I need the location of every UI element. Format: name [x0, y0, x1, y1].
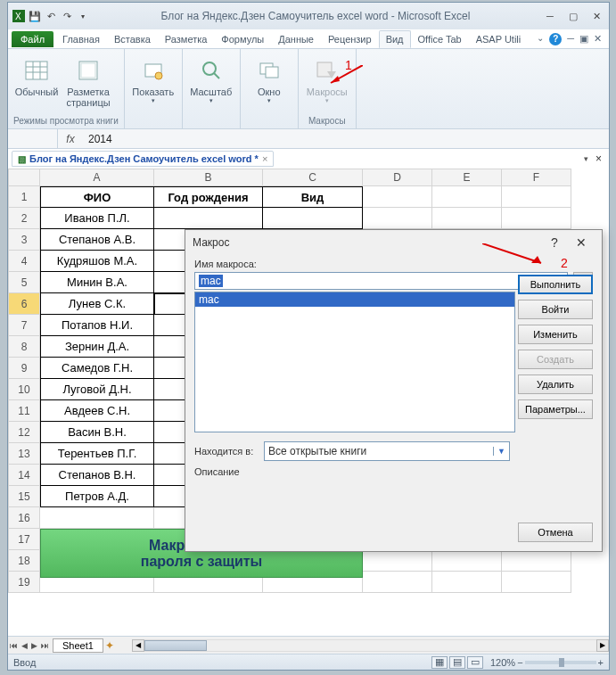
cell[interactable]	[432, 208, 502, 229]
dialog-close-button[interactable]: ✕	[568, 235, 595, 250]
macro-list-item[interactable]: mac	[195, 292, 514, 307]
doc-close-icon[interactable]: ✕	[594, 33, 602, 45]
macro-list[interactable]: mac	[194, 292, 515, 432]
col-header[interactable]: C	[263, 169, 363, 186]
view-break-icon[interactable]: ▭	[467, 656, 483, 669]
scroll-left-icon[interactable]: ◀	[132, 639, 144, 652]
row-headers[interactable]: 12345678910111213141516171819	[8, 186, 40, 593]
window-button[interactable]: Окно ▾	[246, 53, 292, 115]
cell[interactable]: Потапов Н.И.	[40, 315, 154, 336]
cell[interactable]	[502, 550, 571, 572]
macro-name-input[interactable]: mac	[194, 272, 568, 290]
cell[interactable]	[154, 208, 263, 229]
formula-value[interactable]: 2014	[83, 133, 609, 145]
zoom-in-icon[interactable]: +	[598, 657, 604, 668]
tab-formulas[interactable]: Формулы	[214, 30, 271, 48]
cell[interactable]	[502, 186, 571, 208]
row-header[interactable]: 13	[8, 443, 40, 465]
tab-layout[interactable]: Разметка	[158, 30, 215, 48]
cell[interactable]	[363, 186, 432, 208]
zoom-out-icon[interactable]: −	[517, 657, 522, 668]
cell[interactable]	[363, 572, 432, 593]
qat-dropdown-icon[interactable]: ▾	[76, 9, 90, 23]
row-header[interactable]: 1	[8, 186, 40, 208]
scroll-thumb[interactable]	[144, 640, 207, 651]
row-header[interactable]: 11	[8, 400, 40, 422]
show-button[interactable]: Показать ▾	[130, 53, 177, 115]
row-header[interactable]: 19	[8, 572, 40, 593]
maximize-button[interactable]: ▢	[564, 9, 582, 23]
row-header[interactable]: 3	[8, 229, 40, 251]
cell[interactable]: Степанов А.В.	[40, 229, 154, 251]
scroll-right-icon[interactable]: ▶	[596, 639, 609, 652]
tab-nav-prev-icon[interactable]: ◀	[20, 641, 29, 650]
horizontal-scrollbar[interactable]: ◀ ▶	[132, 639, 609, 652]
cell[interactable]: Терентьев П.Г.	[40, 443, 154, 465]
select-all-button[interactable]	[8, 169, 40, 186]
cell[interactable]: Петров А.Д.	[40, 486, 154, 507]
tab-asap[interactable]: ASAP Utili	[469, 30, 529, 48]
cell[interactable]: Лунев С.К.	[40, 293, 154, 315]
row-header[interactable]: 6	[8, 293, 40, 315]
cell[interactable]	[432, 186, 502, 208]
doctab-close-icon[interactable]: ×	[592, 152, 605, 165]
cell[interactable]	[40, 507, 154, 529]
close-button[interactable]: ✕	[587, 9, 605, 23]
tab-nav-last-icon[interactable]: ⏭	[39, 641, 51, 650]
row-header[interactable]: 4	[8, 251, 40, 272]
cancel-button[interactable]: Отмена	[518, 523, 593, 542]
row-header[interactable]: 5	[8, 272, 40, 293]
name-box[interactable]	[8, 129, 58, 148]
doc-min-icon[interactable]: ─	[567, 33, 574, 45]
file-tab[interactable]: Файл	[12, 31, 53, 47]
dialog-help-button[interactable]: ?	[541, 235, 568, 250]
col-header[interactable]: F	[502, 169, 571, 186]
zoom-slider[interactable]	[525, 661, 596, 664]
cell[interactable]: Зернин Д.А.	[40, 336, 154, 358]
tab-data[interactable]: Данные	[271, 30, 321, 48]
doctab-dropdown-icon[interactable]: ▾	[580, 154, 592, 163]
row-header[interactable]: 8	[8, 336, 40, 358]
delete-button[interactable]: Удалить	[518, 375, 593, 394]
cell[interactable]	[432, 572, 502, 593]
cell[interactable]: Васин В.Н.	[40, 422, 154, 443]
row-header[interactable]: 14	[8, 465, 40, 486]
qat-undo-icon[interactable]: ↶	[44, 9, 58, 23]
cell[interactable]	[502, 208, 571, 229]
location-select[interactable]: Все открытые книги ▼	[264, 441, 510, 461]
create-button[interactable]: Создать	[518, 350, 593, 369]
cell[interactable]	[363, 550, 432, 572]
qat-redo-icon[interactable]: ↷	[60, 9, 74, 23]
doc-max-icon[interactable]: ▣	[579, 33, 588, 45]
run-button[interactable]: Выполнить	[518, 275, 593, 294]
macros-button[interactable]: Макросы ▾	[304, 53, 350, 115]
fx-icon[interactable]: fx	[58, 133, 83, 145]
row-header[interactable]: 15	[8, 486, 40, 507]
cell[interactable]	[432, 550, 502, 572]
edit-button[interactable]: Изменить	[518, 325, 593, 344]
tab-nav-first-icon[interactable]: ⏮	[8, 641, 20, 650]
page-layout-button[interactable]: Разметка страницы	[65, 53, 111, 115]
zoom-level[interactable]: 120%	[490, 657, 515, 668]
col-header[interactable]: A	[40, 169, 154, 186]
tab-nav-next-icon[interactable]: ▶	[29, 641, 39, 650]
cell[interactable]: Степанов В.Н.	[40, 465, 154, 486]
close-tab-icon[interactable]: ×	[262, 153, 267, 164]
cell[interactable]: Вид	[263, 186, 363, 208]
params-button[interactable]: Параметры...	[518, 399, 593, 419]
cell[interactable]: Кудряшов М.А.	[40, 251, 154, 272]
col-header[interactable]: B	[154, 169, 263, 186]
row-header[interactable]: 17	[8, 529, 40, 550]
cell[interactable]: Самедов Г.Н.	[40, 358, 154, 379]
row-header[interactable]: 2	[8, 208, 40, 229]
row-header[interactable]: 7	[8, 315, 40, 336]
cell[interactable]	[263, 208, 363, 229]
sheet-tab[interactable]: Sheet1	[53, 638, 103, 653]
row-header[interactable]: 18	[8, 550, 40, 572]
tab-officetab[interactable]: Office Tab	[411, 30, 469, 48]
col-header[interactable]: E	[432, 169, 502, 186]
cell[interactable]: Авдеев С.Н.	[40, 400, 154, 422]
step-button[interactable]: Войти	[518, 300, 593, 319]
add-sheet-icon[interactable]: ✦	[105, 639, 114, 652]
cell[interactable]	[502, 572, 571, 593]
